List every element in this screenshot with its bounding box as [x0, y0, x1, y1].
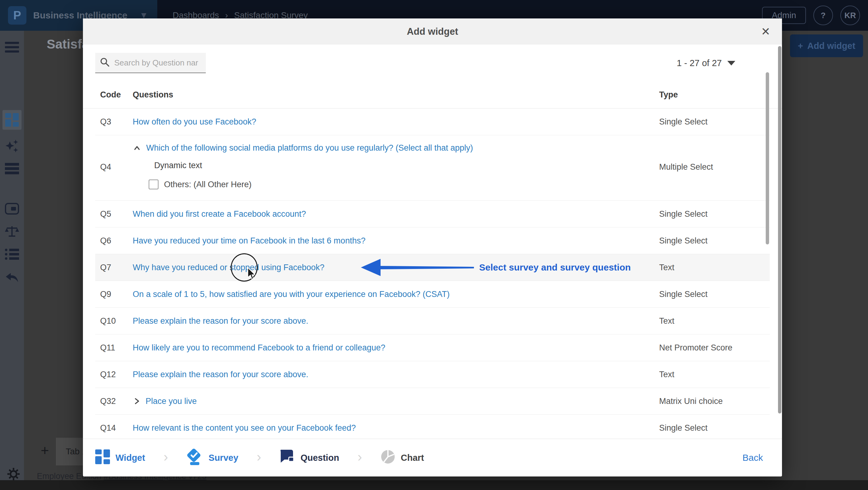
column-type: Type	[659, 90, 770, 99]
question-link[interactable]: How relevant is the content you see on y…	[133, 423, 356, 433]
column-code: Code	[95, 90, 133, 99]
question-rows: Q3How often do you use Facebook?Single S…	[83, 109, 782, 439]
bottom-strip	[0, 480, 868, 490]
modal-scrollbar[interactable]	[778, 46, 781, 413]
close-icon[interactable]: ✕	[761, 26, 770, 37]
question-code: Q5	[95, 209, 133, 219]
others-checkbox[interactable]	[149, 179, 158, 190]
table-header: Code Questions Type	[83, 82, 782, 109]
question-code: Q12	[95, 370, 133, 379]
back-button[interactable]: Back	[742, 453, 763, 463]
question-link[interactable]: Why have you reduced or stopped using Fa…	[133, 263, 324, 272]
question-cell: How likely are you to recommend Facebook…	[133, 343, 659, 353]
sidebar-item-dashboards-icon[interactable]	[5, 113, 19, 128]
question-link[interactable]: Place you live	[146, 397, 197, 406]
question-type: Single Select	[659, 209, 770, 219]
question-type: Single Select	[659, 423, 770, 433]
avatar[interactable]: KR	[840, 5, 860, 25]
settings-gear-icon[interactable]	[7, 467, 20, 482]
question-code: Q11	[95, 343, 133, 353]
hamburger-menu-icon[interactable]	[5, 42, 19, 54]
question-code: Q7	[95, 263, 133, 272]
table-row[interactable]: Q14How relevant is the content you see o…	[95, 415, 770, 439]
add-widget-button[interactable]: + Add widget	[790, 34, 863, 57]
list-scrollbar[interactable]	[766, 72, 769, 244]
table-row[interactable]: Q5When did you first create a Facebook a…	[95, 201, 770, 228]
question-type: Text	[659, 263, 770, 272]
question-type: Single Select	[659, 290, 770, 299]
step-question[interactable]: Question	[279, 450, 339, 466]
question-cell: When did you first create a Facebook acc…	[133, 209, 659, 219]
sidebar-item-list-icon[interactable]	[5, 249, 19, 261]
step-survey[interactable]: Survey	[186, 448, 238, 468]
sidebar-item-back-icon[interactable]	[5, 272, 19, 284]
chart-step-icon	[380, 450, 395, 466]
question-link[interactable]: Please explain the reason for your score…	[133, 370, 308, 379]
question-code: Q14	[95, 423, 133, 433]
question-link[interactable]: Which of the following social media plat…	[146, 143, 473, 153]
sidebar-item-scale-icon[interactable]	[5, 226, 19, 240]
search-box[interactable]	[95, 53, 206, 73]
question-type: Text	[659, 370, 770, 379]
question-link[interactable]: How likely are you to recommend Facebook…	[133, 343, 385, 353]
question-step-icon	[279, 450, 295, 466]
modal-title: Add widget	[407, 26, 458, 37]
question-code: Q6	[95, 236, 133, 246]
question-link[interactable]: Please explain the reason for your score…	[133, 316, 308, 326]
add-tab-button[interactable]: +	[36, 442, 54, 459]
step-separator-icon: ›	[163, 449, 168, 464]
question-cell: Please explain the reason for your score…	[133, 370, 659, 379]
widget-step-icon	[95, 450, 110, 466]
step-widget[interactable]: Widget	[95, 450, 145, 466]
sidebar-item-rows-icon[interactable]	[5, 163, 19, 176]
question-type: Text	[659, 316, 770, 326]
sidebar-item-ai-sparkles-icon[interactable]	[5, 139, 19, 154]
expand-caret-icon[interactable]	[133, 397, 141, 405]
question-type: Multiple Select	[659, 135, 770, 200]
question-cell: How relevant is the content you see on y…	[133, 423, 659, 433]
question-link[interactable]: How often do you use Facebook?	[133, 117, 256, 127]
question-cell: Place you live	[133, 397, 659, 406]
question-cell: How often do you use Facebook?	[133, 117, 659, 127]
table-row[interactable]: Q12Please explain the reason for your sc…	[95, 361, 770, 388]
logo-letter: P	[13, 9, 21, 22]
plus-icon: +	[798, 41, 803, 51]
question-type: Single Select	[659, 117, 770, 127]
table-row[interactable]: Q11How likely are you to recommend Faceb…	[95, 335, 770, 361]
sidebar-item-media-icon[interactable]	[5, 203, 19, 216]
question-type: Single Select	[659, 236, 770, 246]
step-separator-icon: ›	[358, 449, 362, 464]
question-link[interactable]: Have you reduced your time on Facebook i…	[133, 236, 366, 246]
search-input[interactable]	[114, 58, 201, 68]
question-cell: Have you reduced your time on Facebook i…	[133, 236, 659, 246]
step-chart: Chart	[380, 450, 424, 466]
table-row[interactable]: Q7Why have you reduced or stopped using …	[95, 254, 770, 281]
table-row[interactable]: Q10Please explain the reason for your sc…	[95, 308, 770, 335]
checkbox-label: Others: (All Other Here)	[164, 180, 252, 190]
pagination-control[interactable]: 1 - 27 of 27	[677, 58, 735, 68]
search-icon	[100, 57, 110, 68]
pagination-caret-icon	[727, 61, 735, 65]
question-code: Q4	[95, 135, 133, 200]
survey-step-icon	[186, 448, 203, 468]
collapse-caret-icon[interactable]	[133, 144, 141, 152]
step-separator-icon: ›	[257, 449, 261, 464]
table-row[interactable]: Q3How often do you use Facebook?Single S…	[95, 109, 770, 135]
column-questions: Questions	[133, 90, 659, 99]
table-row[interactable]: Q9On a scale of 1 to 5, how satisfied ar…	[95, 281, 770, 308]
annotation-label: Select survey and survey question	[479, 262, 631, 273]
question-link[interactable]: On a scale of 1 to 5, how satisfied are …	[133, 290, 450, 299]
question-code: Q32	[95, 397, 133, 406]
modal-header: Add widget ✕	[83, 19, 782, 45]
question-cell: On a scale of 1 to 5, how satisfied are …	[133, 290, 659, 299]
table-row[interactable]: Q4Which of the following social media pl…	[95, 135, 770, 201]
table-row[interactable]: Q32Place you liveMatrix Uni choice	[95, 388, 770, 415]
table-row[interactable]: Q6Have you reduced your time on Facebook…	[95, 228, 770, 254]
question-code: Q9	[95, 290, 133, 299]
pagination-label: 1 - 27 of 27	[677, 58, 722, 68]
add-widget-modal: Add widget ✕ 1 - 27 of 27 Code Questions…	[83, 19, 782, 477]
question-link[interactable]: When did you first create a Facebook acc…	[133, 209, 306, 219]
modal-toolbar: 1 - 27 of 27	[83, 45, 782, 82]
question-code: Q10	[95, 316, 133, 326]
help-button[interactable]: ?	[813, 5, 833, 25]
